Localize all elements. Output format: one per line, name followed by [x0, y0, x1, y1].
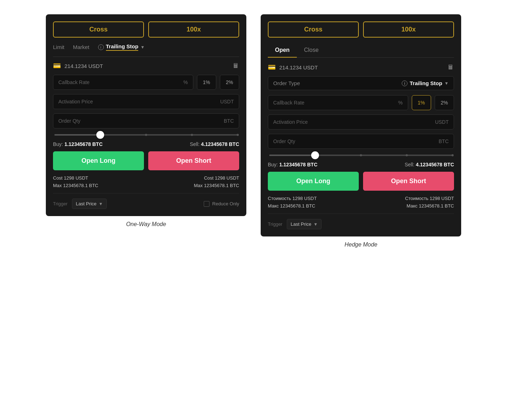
tab-limit-left[interactable]: Limit	[53, 44, 64, 50]
tab-open[interactable]: Open	[268, 43, 297, 58]
max-info-right: Макс 12345678.1 BTC Макс 12345678.1 BTC	[268, 203, 454, 209]
reduce-only-label-left: Reduce Only	[212, 201, 239, 206]
max-sell-right: Макс 12345678.1 BTC	[407, 203, 454, 209]
leverage-button-left[interactable]: 100x	[148, 21, 239, 38]
tab-market-left[interactable]: Market	[73, 44, 90, 50]
max-sell-label-left: Max	[194, 183, 203, 188]
trailing-stop-label-left: Trailing Stop	[106, 43, 139, 51]
buy-value-left: 1.12345678 BTC	[64, 141, 103, 147]
card-icon-left: 💳	[53, 62, 61, 70]
leverage-button-right[interactable]: 100x	[363, 21, 454, 38]
slider-filled-left	[54, 134, 100, 136]
trigger-label-right: Trigger	[268, 221, 283, 227]
info-icon-right: i	[402, 80, 407, 86]
buy-label-left: Buy:	[53, 141, 63, 147]
max-buy-value-left: 12345678.1 BTC	[63, 183, 98, 188]
callback-suffix-left: %	[183, 79, 188, 85]
sell-label-left: Sell:	[190, 141, 199, 147]
calc-icon-right[interactable]: 🖩	[448, 64, 454, 71]
trailing-stop-tab-left[interactable]: Trailing Stop ▼	[106, 43, 145, 51]
max-buy-value-right: 12345678.1 BTC	[280, 203, 315, 209]
buy-value-right: 1.12345678 BTC	[279, 162, 318, 167]
top-buttons-right: Cross 100x	[268, 21, 454, 38]
callback-2pct-left[interactable]: 2%	[220, 75, 239, 90]
trigger-value-left: Last Price	[76, 201, 97, 206]
max-buy-label-right: Макс	[268, 203, 279, 209]
activation-suffix-left: USDT	[220, 99, 234, 104]
mode-label-right: Hedge Mode	[261, 241, 461, 248]
trigger-dropdown-right[interactable]: Last Price ▼	[287, 219, 322, 229]
cost-sell-label-right: Стоимость	[405, 196, 428, 201]
max-buy-label-left: Max	[53, 183, 62, 188]
order-qty-label-right: Order Qty	[273, 138, 439, 144]
cost-sell-value-right: 1298 USDT	[430, 196, 454, 201]
open-short-button-left[interactable]: Open Short	[148, 151, 239, 170]
order-qty-left[interactable]: Order Qty BTC	[53, 113, 239, 128]
slider-thumb-right[interactable]	[311, 151, 319, 159]
order-type-value-right[interactable]: i Trailing Stop ▼	[402, 80, 449, 86]
cost-buy-label-left: Cost	[53, 175, 63, 181]
slider-track-right	[269, 155, 453, 156]
callback-1pct-left[interactable]: 1%	[197, 75, 216, 90]
cost-info-right: Стоимость 1298 USDT Стоимость 1298 USDT	[268, 196, 454, 201]
cost-sell-left: Cost 1298 USDT	[204, 175, 239, 181]
order-qty-label-left: Order Qty	[58, 118, 224, 124]
buy-sell-info-right: Buy: 1.12345678 BTC Sell: 4.12345678 BTC	[268, 162, 454, 167]
balance-row-right: 💳 214.1234 USDT 🖩	[268, 63, 454, 71]
max-sell-value-left: 12345678.1 BTC	[204, 183, 239, 188]
cost-buy-right: Стоимость 1298 USDT	[268, 196, 317, 201]
callback-1pct-right[interactable]: 1%	[412, 95, 431, 110]
callback-label-right: Callback Rate	[273, 100, 398, 106]
open-close-tabs: Open Close	[268, 43, 454, 58]
callback-rate-row-left: Callback Rate % 1% 2%	[53, 75, 239, 90]
chevron-icon-left: ▼	[140, 45, 145, 50]
tab-close[interactable]: Close	[297, 43, 326, 58]
balance-row-left: 💳 214.1234 USDT 🖩	[53, 62, 239, 70]
calc-icon-left[interactable]: 🖩	[233, 62, 239, 70]
slider-thumb-left[interactable]	[96, 131, 104, 139]
trigger-label-left: Trigger	[53, 201, 68, 206]
info-icon-left: i	[98, 44, 104, 50]
slider-dot-mid-left	[145, 134, 147, 136]
activation-label-right: Activation Price	[273, 119, 435, 125]
order-qty-suffix-left: BTC	[224, 118, 234, 124]
cost-buy-left: Cost 1298 USDT	[53, 175, 88, 181]
order-type-label-right: Order Type	[273, 80, 300, 86]
max-buy-right: Макс 12345678.1 BTC	[268, 203, 315, 209]
open-short-button-right[interactable]: Open Short	[363, 172, 454, 191]
open-long-button-right[interactable]: Open Long	[268, 172, 359, 191]
order-type-chevron-right: ▼	[444, 81, 449, 86]
cross-button-left[interactable]: Cross	[53, 21, 144, 38]
slider-left[interactable]	[53, 134, 239, 136]
sell-info-left: Sell: 4.12345678 BTC	[190, 141, 239, 147]
activation-label-left: Activation Price	[58, 99, 220, 104]
callback-2pct-right[interactable]: 2%	[435, 95, 454, 110]
slider-dot-3q-right	[406, 154, 408, 156]
mode-label-left: One-Way Mode	[46, 221, 246, 228]
order-type-selector-right: Order Type i Trailing Stop ▼	[268, 76, 454, 90]
buy-sell-info-left: Buy: 1.12345678 BTC Sell: 4.12345678 BTC	[53, 141, 239, 147]
callback-input-right[interactable]: Callback Rate %	[268, 95, 408, 110]
callback-input-left[interactable]: Callback Rate %	[53, 75, 193, 90]
cross-button-right[interactable]: Cross	[268, 21, 359, 38]
left-panel: Cross 100x Limit Market i Trailing Stop …	[46, 14, 246, 216]
action-buttons-right: Open Long Open Short	[268, 172, 454, 191]
trigger-chevron-left: ▼	[99, 201, 103, 206]
sell-value-right: 4.12345678 BTC	[416, 162, 454, 167]
reduce-only-checkbox-left[interactable]	[204, 201, 209, 207]
activation-price-left[interactable]: Activation Price USDT	[53, 94, 239, 109]
right-panel: Cross 100x Open Close 💳 214.1234 USDT 🖩 …	[261, 14, 461, 236]
balance-value-left: 214.1234 USDT	[64, 63, 103, 69]
order-type-tabs-left: Limit Market i Trailing Stop ▼	[53, 43, 239, 51]
slider-right[interactable]	[268, 155, 454, 156]
reduce-only-container-left: Reduce Only	[204, 201, 239, 207]
buy-info-right: Buy: 1.12345678 BTC	[268, 162, 318, 167]
cost-buy-value-left: 1298 USDT	[64, 175, 88, 181]
open-long-button-left[interactable]: Open Long	[53, 151, 144, 170]
slider-dot-end-right	[452, 154, 454, 156]
buy-label-right: Buy:	[268, 162, 278, 167]
trigger-dropdown-left[interactable]: Last Price ▼	[72, 199, 107, 209]
max-info-left: Max 12345678.1 BTC Max 12345678.1 BTC	[53, 183, 239, 188]
activation-price-right[interactable]: Activation Price USDT	[268, 114, 454, 130]
order-qty-right[interactable]: Order Qty BTC	[268, 134, 454, 149]
